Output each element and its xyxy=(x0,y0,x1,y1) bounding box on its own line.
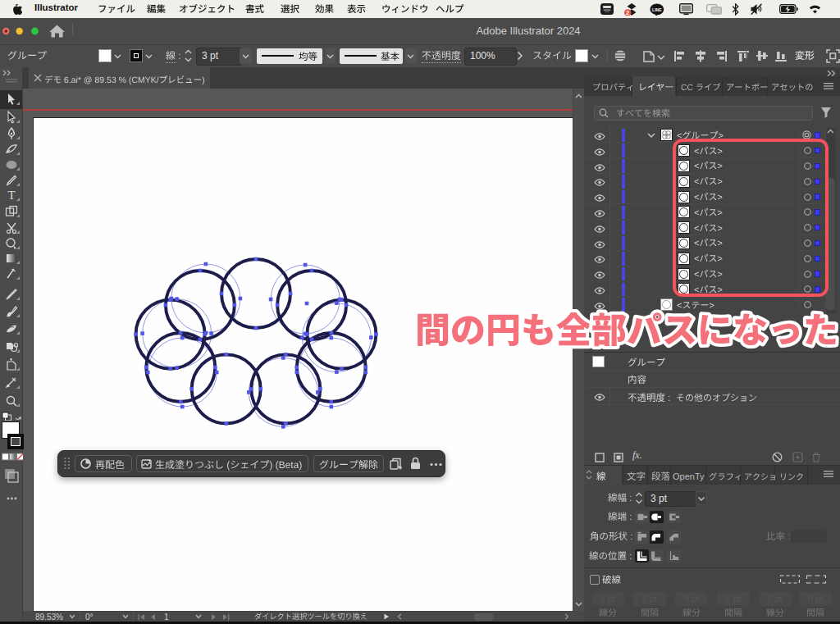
svg-text:T: T xyxy=(7,189,15,202)
svg-text:2: 2 xyxy=(626,9,629,16)
svg-text:LINE: LINE xyxy=(652,7,662,12)
